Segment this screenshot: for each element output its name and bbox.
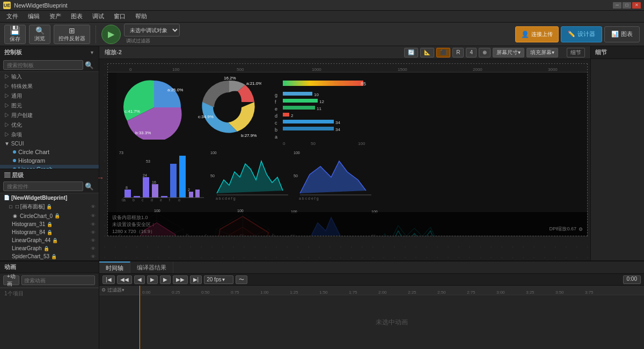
tree-item-circle-chart[interactable]: Circle Chart (0, 148, 99, 156)
controls-search-btn[interactable]: 🔍 (83, 61, 96, 69)
lock-icon[interactable]: 🔒 (54, 213, 60, 219)
eye-icon[interactable]: 👁 (91, 246, 96, 251)
app-title: NewWidgetBlueprint (14, 2, 68, 9)
eye-icon[interactable]: 👁 (91, 254, 96, 259)
lock-icon[interactable]: 🔒 (43, 246, 49, 251)
transport-prev-key[interactable]: ◀◀ (117, 275, 132, 284)
right-buttons: 👤 连接上传 ✏️ 设计器 📊 图表 (515, 26, 640, 42)
timeline-wave-btn[interactable]: 〜 (236, 275, 247, 284)
svg-text:a: a (123, 198, 126, 201)
tree-item-scui[interactable]: ▼ SCUI (0, 140, 99, 148)
hier-item-circlechart[interactable]: ◉ CircleChart_0 🔒 👁 (0, 212, 99, 220)
eye-icon[interactable]: 👁 (91, 238, 96, 243)
transport-to-start[interactable]: |◀ (103, 275, 115, 284)
svg-text:a:21.0%: a:21.0% (246, 81, 261, 86)
lock-icon[interactable]: 🔒 (52, 238, 58, 243)
hier-item-histogram84[interactable]: Histogram_84 🔒 👁 (0, 228, 99, 236)
svg-text:a:25.0%: a:25.0% (167, 88, 183, 92)
tool-btn-2[interactable]: 📐 (420, 48, 434, 57)
settings-icon[interactable]: ⚙ (579, 227, 583, 232)
eye-icon[interactable]: 👁 (91, 222, 96, 227)
widget-icon: ◉ (12, 213, 18, 219)
lock-icon[interactable]: 🔒 (51, 254, 57, 259)
tool-btn-5[interactable]: ⊕ (479, 48, 491, 57)
tree-item-optimize[interactable]: ▷ 优化 (0, 120, 99, 130)
tree-item-primitive[interactable]: ▷ 图元 (0, 101, 99, 111)
menu-edit[interactable]: 编辑 (24, 11, 44, 21)
save-button[interactable]: 💾 保存 (4, 25, 26, 44)
lock-icon[interactable]: 🔒 (47, 230, 53, 235)
safety-label: 未设置设备安全区： (112, 221, 583, 228)
browse-button[interactable]: 🔍 浏览 (29, 25, 50, 44)
screen-size-btn[interactable]: 屏幕尺寸▾ (493, 48, 524, 57)
tab-timeline[interactable]: 时间轴 (99, 261, 130, 273)
anim-search-input[interactable] (21, 275, 95, 285)
hier-item-canvas[interactable]: □ □ [画布面板] 🔒 👁 (0, 202, 99, 212)
lock-icon[interactable]: 🔒 (46, 204, 52, 209)
hier-item-lineargraph[interactable]: LinearGraph 🔒 👁 (0, 244, 99, 252)
svg-text:50: 50 (311, 141, 316, 145)
tree-item-misc[interactable]: ▷ 杂项 (0, 130, 99, 140)
advanced-section: ▤ 层级 (0, 169, 99, 180)
transport-to-end[interactable]: ▶| (190, 275, 202, 284)
tool-btn-r[interactable]: R (452, 48, 464, 57)
close-btn[interactable]: ✕ (632, 2, 641, 9)
svg-text:11: 11 (317, 106, 321, 111)
lock-icon[interactable]: 🔒 (47, 222, 53, 227)
menu-asset[interactable]: 资产 (45, 11, 65, 21)
menu-bar: 文件 编辑 资产 图表 调试 窗口 帮助 (0, 11, 644, 23)
menu-debug[interactable]: 调试 (88, 11, 108, 21)
debug-object-select[interactable]: 未选中调试对象 (124, 24, 180, 37)
hier-item-lineargraph44[interactable]: LinearGraph_44 🔒 👁 (0, 236, 99, 244)
svg-text:b:33.3%: b:33.3% (135, 130, 151, 135)
tree-item-general[interactable]: ▷ 通用 (0, 91, 99, 101)
maximize-btn[interactable]: □ (623, 2, 631, 9)
tool-btn-1[interactable]: 🔄 (404, 48, 418, 57)
tree-item-linear-graph[interactable]: Linear Graph (0, 165, 99, 169)
menu-chart[interactable]: 图表 (67, 11, 87, 21)
hier-item-blueprint[interactable]: 📄 [NewWidgetBlueprint] (0, 193, 99, 202)
transport-play[interactable]: ▶ (147, 275, 158, 284)
svg-text:d: d (275, 113, 277, 119)
hier-item-histogram31[interactable]: Histogram_31 🔒 👁 (0, 220, 99, 228)
designer-button[interactable]: ✏️ 设计器 (561, 26, 602, 42)
run-button[interactable]: ▶ (101, 25, 121, 44)
controls-search-input[interactable] (3, 60, 83, 70)
transport-next[interactable]: ▶ (160, 275, 171, 284)
tab-compiler[interactable]: 编译器结果 (130, 261, 173, 273)
tree-item-histogram[interactable]: Histogram (0, 156, 99, 165)
detail-btn[interactable]: 细节 (567, 48, 585, 57)
controls-header[interactable]: 控制板 ▼ (0, 46, 99, 59)
reflect-button[interactable]: ⊞ 控件反射器 (54, 25, 90, 44)
tree-item-effects[interactable]: ▷ 特殊效果 (0, 82, 99, 91)
hierarchy-search-btn[interactable]: 🔍 (83, 183, 96, 191)
add-anim-btn[interactable]: +动画 (3, 275, 19, 285)
svg-rect-33 (125, 190, 131, 198)
svg-rect-43 (189, 192, 193, 198)
eye-icon[interactable]: 👁 (91, 213, 96, 219)
menu-help[interactable]: 帮助 (131, 11, 151, 21)
menu-window[interactable]: 窗口 (109, 11, 130, 21)
fps-display[interactable]: 20 fps ▾ (204, 275, 233, 284)
tool-btn-3[interactable]: ⬛ (436, 48, 450, 57)
charts-row1: a:25.0% c:41.7% b:33.3% (116, 72, 587, 148)
transport-next-key[interactable]: ▶▶ (173, 275, 188, 284)
user-upload-button[interactable]: 👤 连接上传 (515, 26, 559, 42)
svg-rect-10 (283, 92, 312, 96)
graph-button[interactable]: 📊 图表 (604, 26, 640, 42)
transport-prev[interactable]: ◀ (134, 275, 145, 284)
fill-btn[interactable]: 填充屏幕▾ (526, 48, 558, 57)
tree-item-input[interactable]: ▷ 输入 (0, 72, 99, 82)
eye-icon[interactable]: 👁 (91, 230, 96, 235)
eye-icon[interactable]: 👁 (91, 204, 96, 209)
tool-btn-4[interactable]: 4 (466, 48, 477, 57)
timecode-display[interactable]: 0:00 (623, 275, 641, 284)
svg-text:a b c d e f g: a b c d e f g (216, 197, 236, 201)
dot-icon (13, 150, 16, 154)
minimize-btn[interactable]: ─ (613, 2, 621, 9)
menu-file[interactable]: 文件 (2, 11, 23, 21)
tree-item-user[interactable]: ▷ 用户创建 (0, 111, 99, 120)
svg-text:50: 50 (294, 174, 298, 178)
hierarchy-search-input[interactable] (3, 181, 83, 191)
hier-item-spiderchart53[interactable]: SpiderChart_53 🔒 👁 (0, 252, 99, 260)
